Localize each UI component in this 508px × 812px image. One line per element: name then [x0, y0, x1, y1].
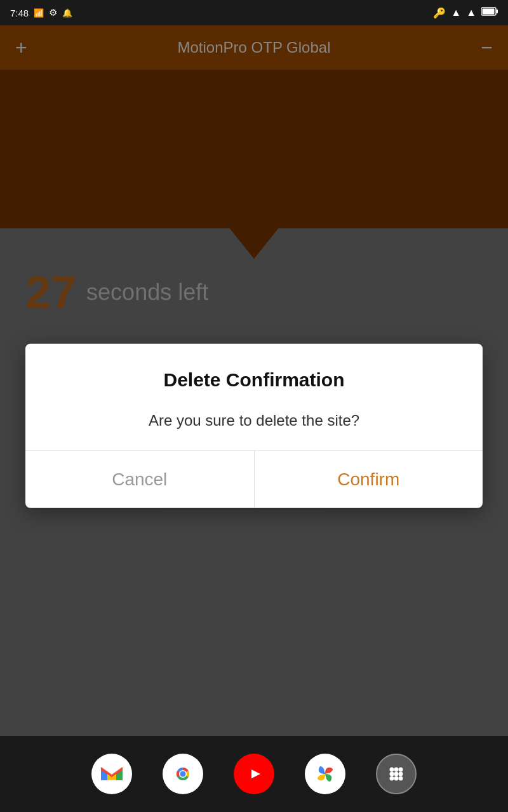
svg-point-20 [399, 776, 403, 781]
dialog-container: Delete Confirmation Are you sure to dele… [25, 344, 483, 508]
app-title: MotionPro OTP Global [27, 39, 481, 56]
youtube-icon[interactable] [234, 754, 274, 794]
status-bar-right: 🔑 ▲ ▲ [433, 7, 498, 19]
add-button[interactable]: + [15, 37, 27, 58]
chrome-icon[interactable] [163, 754, 203, 794]
confirm-button[interactable]: Confirm [255, 450, 483, 508]
wifi-icon: ▲ [451, 7, 461, 18]
dialog-message: Are you sure to delete the site? [51, 410, 457, 431]
notification-icon: 🔔 [62, 8, 72, 18]
remove-button[interactable]: − [481, 37, 493, 58]
sim-icon: 📶 [34, 8, 44, 18]
svg-point-15 [390, 772, 394, 776]
svg-point-17 [399, 772, 403, 776]
dialog-actions: Cancel Confirm [25, 450, 483, 508]
status-bar: 7:48 📶 ⚙ 🔔 🔑 ▲ ▲ [0, 0, 508, 25]
svg-point-14 [399, 768, 403, 772]
cancel-button[interactable]: Cancel [25, 450, 255, 508]
dialog-body: Delete Confirmation Are you sure to dele… [25, 344, 483, 450]
svg-rect-1 [497, 10, 498, 13]
signal-icon: ▲ [466, 7, 476, 18]
key-icon: 🔑 [433, 7, 446, 19]
svg-marker-10 [251, 769, 260, 778]
app-header: + MotionPro OTP Global − [0, 25, 508, 70]
svg-point-9 [180, 771, 186, 777]
settings-icon: ⚙ [49, 7, 57, 18]
svg-point-13 [394, 768, 399, 772]
dialog-title: Delete Confirmation [51, 369, 457, 391]
time-display: 7:48 [10, 8, 29, 18]
svg-rect-2 [483, 9, 495, 15]
svg-point-16 [394, 772, 399, 776]
battery-icon [481, 7, 498, 18]
more-apps-icon[interactable] [376, 754, 417, 794]
bottom-nav [0, 736, 508, 812]
google-photos-icon[interactable] [305, 754, 345, 794]
status-bar-left: 7:48 📶 ⚙ 🔔 [10, 7, 72, 18]
svg-point-19 [394, 776, 399, 781]
delete-confirmation-dialog: Delete Confirmation Are you sure to dele… [25, 344, 483, 508]
gmail-icon[interactable] [91, 754, 132, 794]
svg-point-12 [390, 768, 394, 772]
svg-point-18 [390, 776, 394, 781]
